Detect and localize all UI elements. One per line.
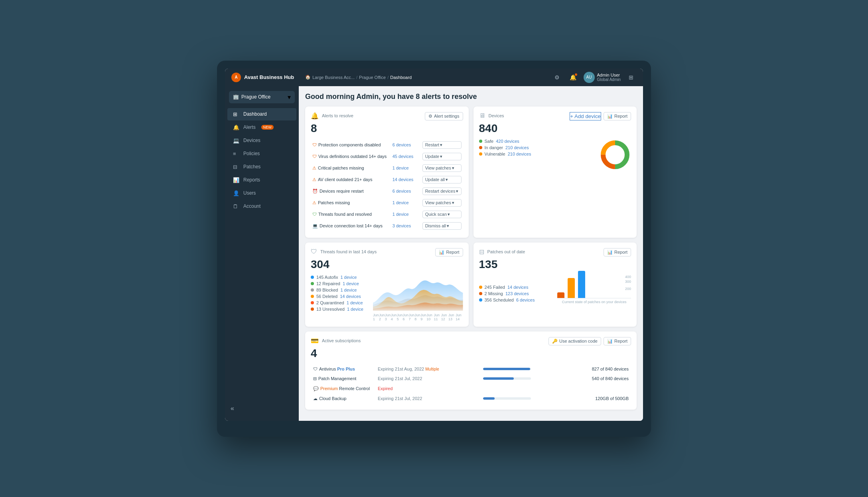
repaired-link[interactable]: 1 device xyxy=(343,281,359,286)
scheduled-dot xyxy=(479,298,482,302)
sidebar-item-patches[interactable]: ⊟ Patches xyxy=(227,161,296,173)
alert-row: 🛡 Threats found and resolved 1 device Qu… xyxy=(312,209,462,220)
safe-link[interactable]: 420 devices xyxy=(496,139,519,144)
scheduled-link[interactable]: 6 devices xyxy=(516,298,535,302)
danger-link[interactable]: 210 devices xyxy=(505,145,529,150)
subscriptions-table: 🛡 Antivirus Pro Plus Expiring 21st Aug, … xyxy=(311,364,631,404)
notifications-icon[interactable]: 🔔 xyxy=(568,72,579,83)
patches-chart-area: 245 Failed 14 devices 2 Missing 123 devi… xyxy=(479,275,631,304)
antivirus-icon: 🛡 xyxy=(313,367,318,371)
missing-link[interactable]: 123 devices xyxy=(505,291,529,296)
sidebar-item-alerts[interactable]: 🔔 Alerts NEW xyxy=(227,121,296,134)
sidebar-item-reports[interactable]: 📊 Reports xyxy=(227,174,296,186)
nav-label-users: Users xyxy=(243,190,256,196)
failed-link[interactable]: 14 devices xyxy=(507,285,529,290)
activation-code-button[interactable]: 🔑 Use activation code xyxy=(548,337,601,345)
quarantined-link[interactable]: 1 device xyxy=(347,300,363,305)
app-logo: A xyxy=(231,73,241,82)
page-title: Good morning Admin, you have 8 alerts to… xyxy=(305,93,637,101)
shield-icon: 🛡 xyxy=(311,248,317,255)
org-selector[interactable]: 🏢 Prague Office ▾ xyxy=(229,91,295,103)
devices-label: Devices xyxy=(489,113,504,118)
apps-icon[interactable]: ⊞ xyxy=(625,72,637,83)
alerts-icon: 🔔 xyxy=(233,124,239,130)
sidebar-item-devices[interactable]: 💻 Devices xyxy=(227,134,296,147)
chart-labels: Jun 1 Jun 2 Jun 3 Jun 4 Jun 5 Jun 6 Jun … xyxy=(373,313,463,321)
vulnerable-dot xyxy=(479,152,482,156)
nav-label-devices: Devices xyxy=(243,138,260,143)
patches-report-button[interactable]: 📊 Report xyxy=(604,248,631,256)
chart-icon-2: 📊 xyxy=(439,250,444,255)
alert-action-btn[interactable]: Restart devices ▾ xyxy=(422,187,462,195)
autofix-link[interactable]: 1 device xyxy=(340,275,357,280)
sub-row-remote: 💬 Premium Remote Control Expired xyxy=(312,384,630,393)
alert-action-btn[interactable]: View patches ▾ xyxy=(422,199,462,207)
donut-chart xyxy=(599,139,631,171)
deleted-dot xyxy=(311,295,314,298)
vulnerable-link[interactable]: 210 devices xyxy=(508,152,531,156)
sub-row-antivirus: 🛡 Antivirus Pro Plus Expiring 21st Aug, … xyxy=(312,365,630,373)
bar-scheduled xyxy=(578,271,585,298)
alerts-card: 🔔 Alerts to resolve ⚙ Alert settings 8 xyxy=(305,106,469,238)
autofix-dot xyxy=(311,276,314,279)
patch-scheduled: 356 Scheduled 6 devices xyxy=(479,298,553,302)
sidebar-item-policies[interactable]: ≡ Policies xyxy=(227,148,296,160)
patch-progress xyxy=(483,377,531,380)
alert-settings-button[interactable]: ⚙ Alert settings xyxy=(425,112,463,120)
alert-action-btn[interactable]: Update ▾ xyxy=(422,153,462,160)
bar-failed xyxy=(557,292,564,298)
threats-report-button[interactable]: 📊 Report xyxy=(435,248,463,256)
nav-label-alerts: Alerts xyxy=(243,124,256,130)
blocked-dot xyxy=(311,288,314,292)
alert-action-btn[interactable]: Dismiss all ▾ xyxy=(422,222,462,230)
devices-icon: 💻 xyxy=(233,138,239,144)
alert-count-link[interactable]: 6 devices xyxy=(393,142,411,147)
unresolved-link[interactable]: 1 device xyxy=(347,307,363,312)
chevron-down-icon: ▾ xyxy=(288,93,291,101)
sidebar-item-users[interactable]: 👤 Users xyxy=(227,187,296,199)
devices-report-button[interactable]: 📊 Report xyxy=(604,112,631,120)
threats-chart: Jun 1 Jun 2 Jun 3 Jun 4 Jun 5 Jun 6 Jun … xyxy=(373,275,463,321)
sidebar-collapse-btn[interactable]: « xyxy=(225,401,299,416)
alert-count-link[interactable]: 3 devices xyxy=(393,223,411,228)
sidebar-item-account[interactable]: 🗒 Account xyxy=(227,200,296,213)
alert-action-btn[interactable]: Update all ▾ xyxy=(422,176,462,183)
cards-row-2: 🛡 Threats found in last 14 days 📊 Report… xyxy=(305,243,637,327)
blocked-link[interactable]: 1 device xyxy=(340,288,357,292)
alert-count-link[interactable]: 6 devices xyxy=(393,189,411,193)
alert-type-icon: 🛡 xyxy=(312,142,317,147)
alert-action-btn[interactable]: Quick scan ▾ xyxy=(422,211,462,218)
alert-type-icon: ⚠ xyxy=(312,166,316,171)
stat-danger: In danger 210 devices xyxy=(479,145,592,150)
patches-stats: 245 Failed 14 devices 2 Missing 123 devi… xyxy=(479,285,553,304)
alert-count-link[interactable]: 14 devices xyxy=(393,177,414,182)
alert-count-link[interactable]: 1 device xyxy=(393,200,409,205)
threat-repaired: 12 Repaired 1 device xyxy=(311,281,367,286)
alert-count-link[interactable]: 1 device xyxy=(393,212,409,217)
nav-label-policies: Policies xyxy=(243,151,260,156)
subs-report-button[interactable]: 📊 Report xyxy=(604,337,631,345)
laptop-frame: A Avast Business Hub 🏠 Large Business Ac… xyxy=(217,61,651,437)
alert-count-link[interactable]: 1 device xyxy=(393,166,409,170)
breadcrumb-item-2[interactable]: Prague Office xyxy=(359,75,386,80)
breadcrumb-item-1[interactable]: Large Business Acc... xyxy=(312,75,355,80)
alert-count-link[interactable]: 45 devices xyxy=(393,154,414,159)
alert-action-btn[interactable]: Restart ▾ xyxy=(422,141,462,149)
nav-label-patches: Patches xyxy=(243,164,260,170)
quarantined-dot xyxy=(311,301,314,304)
repaired-dot xyxy=(311,282,314,285)
alert-action-btn[interactable]: View patches ▾ xyxy=(422,164,462,172)
threat-deleted: 56 Deleted 14 devices xyxy=(311,294,367,299)
laptop-screen: A Avast Business Hub 🏠 Large Business Ac… xyxy=(225,69,643,421)
nav-label-dashboard: Dashboard xyxy=(243,111,267,117)
sidebar: 🏢 Prague Office ▾ ⊞ Dashboard 🔔 Alerts N… xyxy=(225,86,299,421)
settings-icon[interactable]: ⚙ xyxy=(552,72,563,83)
threats-value: 304 xyxy=(311,258,463,271)
sidebar-item-dashboard[interactable]: ⊞ Dashboard xyxy=(227,108,296,120)
devices-stats: Safe 420 devices In danger 210 devices xyxy=(479,139,631,171)
cloud-storage: 120GB of 500GB xyxy=(565,394,630,403)
add-device-button[interactable]: + Add device xyxy=(570,112,601,120)
dashboard-icon: ⊞ xyxy=(233,111,239,117)
deleted-link[interactable]: 14 devices xyxy=(340,294,361,299)
bar-chart-container: 400 300 200 xyxy=(557,275,631,304)
